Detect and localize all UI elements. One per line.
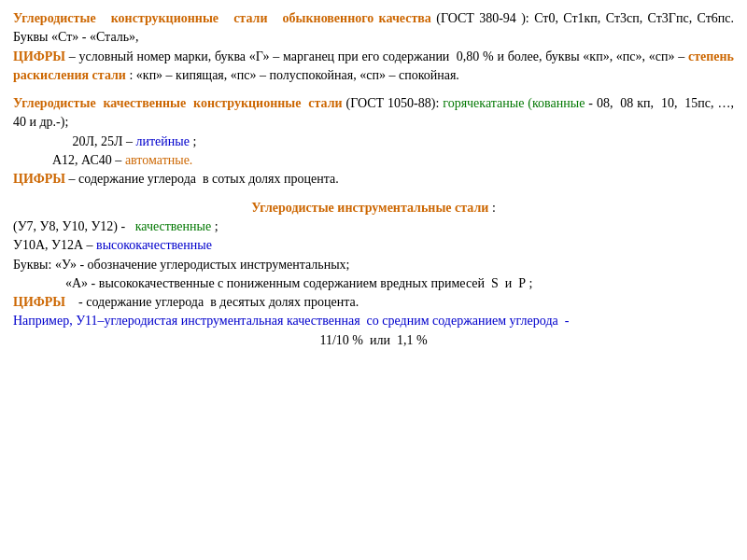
- section1-digits-label: ЦИФРЫ: [13, 49, 65, 63]
- section3-formula: 11/10 % или 1,1 %: [319, 333, 427, 347]
- section3-highq-label: высококачественные: [96, 238, 212, 252]
- section1-letters: Буквы «Ст» - «Сталь»,: [13, 30, 139, 44]
- section3-example-text: Например, У11–углеродистая инструменталь…: [13, 314, 569, 328]
- section3-title: Углеродистые инструментальные стали: [251, 201, 488, 215]
- section3-paragraph1: (У7, У8, У10, У12) - качественные ;: [13, 217, 734, 236]
- section2-title: Углеродистые качественные конструкционны…: [13, 96, 343, 110]
- section3-title-line: Углеродистые инструментальные стали :: [13, 199, 734, 217]
- section2-auto-label: автоматные.: [125, 153, 193, 167]
- page-container: Углеродистые конструкционные стали обыкн…: [0, 0, 747, 560]
- section2-hot-rolled: горячекатаные (кованные: [443, 96, 585, 110]
- section2-paragraph3: А12, АС40 – автоматные.: [13, 151, 734, 170]
- section3-paragraph5: ЦИФРЫ - содержание углерода в десятых до…: [13, 293, 734, 312]
- section2-digits-text: – содержание углерода в сотых долях проц…: [69, 172, 339, 186]
- section2-paragraph1: Углеродистые качественные конструкционны…: [13, 94, 734, 133]
- section3-a-text: «А» - высококачественные с пониженным со…: [65, 276, 532, 290]
- section3-highq-grades: У10А, У12А –: [13, 238, 96, 252]
- section3-quality-grades: (У7, У8, У10, У12) -: [13, 219, 132, 233]
- section3-colon: :: [492, 201, 496, 215]
- section3-digits-label: ЦИФРЫ: [13, 295, 65, 309]
- section2-paragraph4: ЦИФРЫ – содержание углерода в сотых доля…: [13, 170, 734, 189]
- section3-paragraph3: Буквы: «У» - обозначение углеродистых ин…: [13, 256, 734, 274]
- section2-auto-grades: А12, АС40 –: [52, 153, 125, 167]
- section3-paragraph6: Например, У11–углеродистая инструменталь…: [13, 312, 734, 330]
- section3-digits-text: - содержание углерода в десятых долях пр…: [69, 295, 359, 309]
- section1-paragraph2: ЦИФРЫ – условный номер марки, буква «Г» …: [13, 48, 734, 86]
- indent1: [13, 133, 69, 151]
- section2-foundry-end: ;: [192, 134, 196, 148]
- section3-paragraph2: У10А, У12А – высококачественные: [13, 236, 734, 255]
- section3-quality-label: качественные: [135, 219, 212, 233]
- section2-foundry-label: литейные: [136, 134, 190, 148]
- section2-digits-label: ЦИФРЫ: [13, 172, 65, 186]
- section2-auto-indent: [13, 153, 49, 167]
- section2-gost: (ГОСТ 1050-88):: [346, 96, 444, 110]
- section1-digits-text: – условный номер марки, буква «Г» – марг…: [69, 49, 688, 63]
- section3-a-indent: [13, 276, 63, 290]
- section3-letters-intro: Буквы: «У» - обозначение углеродистых ин…: [13, 258, 350, 272]
- section-quality-structural: Углеродистые качественные конструкционны…: [13, 94, 734, 189]
- section3-quality-end: ;: [215, 219, 218, 233]
- section3-formula-line: 11/10 % или 1,1 %: [13, 331, 734, 350]
- section2-paragraph2: 20Л, 25Л – литейные ;: [13, 133, 734, 151]
- section1-paragraph1: Углеродистые конструкционные стали обыкн…: [13, 9, 734, 48]
- section-tool-steel: Углеродистые инструментальные стали : (У…: [13, 199, 734, 350]
- section1-title: Углеродистые конструкционные стали обыкн…: [13, 11, 431, 25]
- section1-gost: (ГОСТ 380-94 ): Ст0, Ст1кп, Ст3сп, Ст3Гп…: [436, 11, 734, 25]
- section3-paragraph4: «А» - высококачественные с пониженным со…: [13, 274, 734, 293]
- section2-foundry-grades: 20Л, 25Л –: [73, 134, 136, 148]
- section1-deox-text: : «кп» – кипящая, «пс» – полуспокойная, …: [129, 68, 458, 82]
- section-ordinary-steel: Углеродистые конструкционные стали обыкн…: [13, 9, 734, 85]
